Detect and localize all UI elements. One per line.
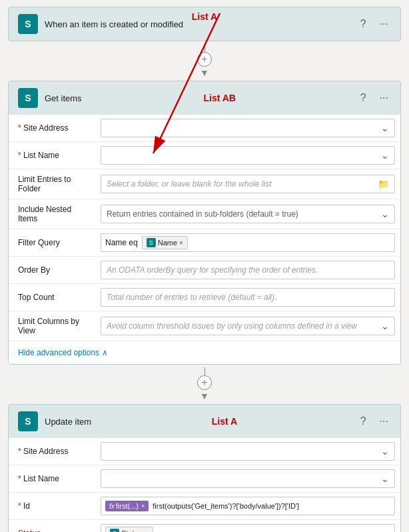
order-by-label: Order By: [9, 260, 95, 280]
include-nested-label: Include Nested Items: [9, 199, 95, 229]
update-item-help-button[interactable]: ?: [358, 414, 369, 429]
include-nested-input-wrap[interactable]: Return entries contained in sub-folders …: [95, 201, 400, 227]
update-site-address-label: * Site Address: [9, 441, 95, 461]
update-id-box[interactable]: fx first(...) × first(outputs('Get_items…: [101, 497, 395, 515]
update-status-row: Status S Status ×: [9, 520, 400, 532]
filter-query-token: S Name ×: [142, 236, 188, 249]
update-list-name-wrap[interactable]: ⌄: [95, 465, 400, 492]
get-items-title: Get items: [45, 93, 82, 103]
update-item-more-button[interactable]: ···: [377, 414, 391, 429]
connector-line-1: [204, 44, 205, 52]
trigger-left: S When an item is created or modified: [18, 14, 183, 34]
update-id-row: * Id fx first(...) × first(outputs('Get_…: [9, 493, 400, 520]
update-item-header-actions: ? ···: [358, 414, 391, 429]
fx-chip-close[interactable]: ×: [141, 503, 145, 509]
filter-token-close[interactable]: ×: [179, 239, 183, 247]
list-name-row: * List Name ⌄: [9, 142, 400, 169]
id-expression: first(outputs('Get_items')?['body/value'…: [153, 502, 299, 510]
get-items-list-label: List AB: [203, 93, 235, 103]
order-by-row: Order By An ODATA orderBy query for spec…: [9, 257, 400, 284]
connector-1: + ▼: [197, 41, 212, 81]
first-fx-chip: fx first(...) ×: [105, 501, 149, 511]
folder-icon: 📁: [378, 179, 389, 189]
limit-entries-dropdown[interactable]: Select a folder, or leave blank for the …: [101, 175, 395, 193]
update-site-address-row: * Site Address ⌄: [9, 438, 400, 465]
top-count-input[interactable]: Total number of entries to retrieve (def…: [101, 288, 395, 307]
sharepoint-trigger-icon: S: [18, 14, 38, 34]
status-chip: S Status ×: [105, 527, 153, 532]
list-name-dropdown[interactable]: ⌄: [101, 146, 395, 165]
filter-query-text-before: Name eq: [105, 238, 138, 247]
update-id-label: * Id: [9, 496, 95, 516]
hide-advanced-chevron-up: ∧: [102, 348, 108, 357]
get-items-block: S Get items List AB ? ··· * Site Address…: [8, 81, 401, 365]
include-nested-row: Include Nested Items Return entries cont…: [9, 199, 400, 229]
include-nested-dropdown[interactable]: Return entries contained in sub-folders …: [101, 205, 395, 223]
get-items-help-button[interactable]: ?: [358, 91, 369, 105]
trigger-list-label: List A: [192, 11, 217, 22]
add-step-button-2[interactable]: +: [197, 375, 212, 390]
get-items-more-button[interactable]: ···: [377, 91, 391, 105]
list-name-chevron: ⌄: [381, 150, 389, 161]
include-nested-placeholder: Return entries contained in sub-folders …: [107, 209, 298, 219]
limit-entries-row: Limit Entries to Folder Select a folder,…: [9, 169, 400, 199]
get-items-header: S Get items List AB ? ···: [9, 81, 400, 115]
update-site-chevron: ⌄: [381, 446, 389, 457]
trigger-title: When an item is created or modified: [45, 19, 183, 29]
get-items-header-actions: ? ···: [358, 91, 391, 105]
list-name-label: * List Name: [9, 145, 95, 165]
include-nested-chevron: ⌄: [381, 209, 389, 219]
filter-query-box[interactable]: Name eq S Name ×: [101, 233, 395, 252]
connector-2: + ▼: [197, 365, 212, 404]
get-items-body: * Site Address ⌄ * List Name ⌄: [9, 115, 400, 364]
limit-columns-dropdown[interactable]: Avoid column threshold issues by only us…: [101, 317, 395, 335]
limit-entries-label: Limit Entries to Folder: [9, 169, 95, 199]
add-step-button-1[interactable]: +: [197, 52, 212, 67]
update-list-name-label: * List Name: [9, 469, 95, 489]
order-by-input[interactable]: An ODATA orderBy query for specifying th…: [101, 261, 395, 279]
update-status-box[interactable]: S Status ×: [101, 524, 395, 532]
update-site-address-dropdown[interactable]: ⌄: [101, 442, 395, 461]
top-count-placeholder: Total number of entries to retrieve (def…: [107, 293, 276, 302]
hide-advanced-label: Hide advanced options: [18, 348, 99, 357]
update-list-name-dropdown[interactable]: ⌄: [101, 469, 395, 488]
filter-query-input-wrap[interactable]: Name eq S Name ×: [95, 229, 400, 256]
update-id-wrap[interactable]: fx first(...) × first(outputs('Get_items…: [95, 493, 400, 519]
limit-entries-input-wrap[interactable]: Select a folder, or leave blank for the …: [95, 171, 400, 197]
update-status-wrap[interactable]: S Status ×: [95, 520, 400, 532]
connector-line-2: [204, 367, 205, 375]
limit-columns-chevron: ⌄: [381, 321, 389, 331]
limit-columns-input-wrap[interactable]: Avoid column threshold issues by only us…: [95, 313, 400, 339]
site-address-dropdown[interactable]: ⌄: [101, 119, 395, 137]
fx-chip-label: first(...): [116, 502, 139, 510]
hide-advanced-options[interactable]: Hide advanced options ∧: [9, 341, 400, 364]
status-chip-icon: S: [110, 529, 119, 532]
site-address-chevron: ⌄: [381, 123, 389, 133]
update-site-address-wrap[interactable]: ⌄: [95, 438, 400, 465]
list-name-input-wrap[interactable]: ⌄: [95, 142, 400, 169]
sharepoint-getitems-icon: S: [18, 88, 38, 108]
update-item-title: Update item: [45, 417, 91, 427]
top-count-label: Top Count: [9, 287, 95, 307]
sharepoint-update-icon: S: [18, 411, 38, 431]
update-status-label: Status: [9, 523, 95, 532]
filter-token-label: Name: [158, 239, 177, 247]
status-chip-close[interactable]: ×: [145, 530, 149, 533]
limit-entries-placeholder: Select a folder, or leave blank for the …: [107, 179, 271, 189]
get-items-header-left: S Get items: [18, 88, 82, 108]
site-address-input-wrap[interactable]: ⌄: [95, 115, 400, 141]
connector-arrow-1: ▼: [200, 67, 209, 78]
limit-columns-placeholder: Avoid column threshold issues by only us…: [107, 321, 357, 331]
update-item-body: * Site Address ⌄ * List Name ⌄: [9, 438, 400, 532]
trigger-right: ? ···: [358, 17, 391, 31]
site-address-row: * Site Address ⌄: [9, 115, 400, 142]
order-by-input-wrap[interactable]: An ODATA orderBy query for specifying th…: [95, 257, 400, 283]
status-chip-label: Status: [121, 529, 142, 532]
filter-query-label: Filter Query: [9, 233, 95, 253]
order-by-placeholder: An ODATA orderBy query for specifying th…: [107, 265, 318, 275]
trigger-help-button[interactable]: ?: [358, 17, 369, 31]
trigger-block: S When an item is created or modified Li…: [8, 7, 401, 41]
top-count-input-wrap[interactable]: Total number of entries to retrieve (def…: [95, 284, 400, 311]
limit-columns-row: Limit Columns by View Avoid column thres…: [9, 311, 400, 341]
trigger-more-button[interactable]: ···: [377, 17, 391, 31]
